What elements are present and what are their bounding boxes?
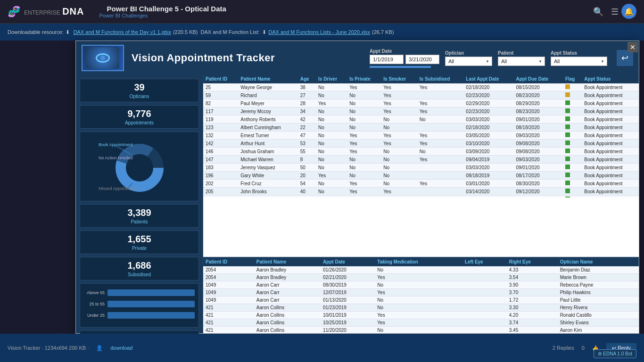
cell-driver: No — [316, 83, 347, 91]
optometry-table-wrapper[interactable]: Patient ID Patient Name Appt Date Taking… — [203, 258, 639, 333]
cell-meds: Yes — [375, 274, 462, 281]
logo-dna: DNA — [62, 6, 84, 16]
close-button[interactable]: ✕ — [627, 42, 638, 52]
search-icon[interactable]: 🔍 — [593, 7, 603, 17]
cell-subsidised: Yes — [417, 140, 464, 148]
col2-patient-name: Patient Name — [254, 258, 321, 266]
cell-smoker: Yes — [381, 140, 417, 148]
cell-subsidised — [417, 123, 464, 132]
cell-smoker: No — [381, 123, 417, 132]
date-start-input[interactable] — [370, 55, 404, 64]
resource-link-2[interactable]: DAX and M Functions Lists - June 2020.xl… — [268, 29, 370, 35]
cell-smoker: No — [381, 148, 417, 156]
cell-right-eye: 3.74 — [507, 319, 558, 327]
cell-id: 226 — [203, 196, 238, 198]
cell-private: No — [347, 115, 381, 123]
cell-meds: No — [375, 281, 462, 289]
flag-green-icon — [565, 165, 570, 169]
cell-id: 82 — [203, 99, 238, 107]
col-patient-name: Patient Name — [238, 75, 298, 83]
flag-green-icon — [565, 116, 570, 121]
cell-due: 08/15/2020 — [513, 83, 562, 91]
cell-subsidised: No — [417, 115, 464, 123]
resource-size-1: (220.5 KB) — [173, 29, 198, 35]
reset-button[interactable]: ↩ — [617, 50, 633, 66]
bar-25to55-label: 25 to 55 — [84, 302, 107, 306]
cell-id: 183 — [203, 164, 238, 172]
download-link[interactable]: download — [110, 345, 132, 351]
stat-opticians-label: Opticians — [85, 94, 194, 99]
cell-last-appt: 02/23/2020 — [463, 107, 513, 115]
cell-smoker: No — [381, 172, 417, 180]
table-row: 82 Paul Meyer 28 Yes No Yes Yes 02/29/20… — [203, 99, 639, 107]
cell-last-appt: 03/13/2020 — [463, 196, 513, 198]
download-icon: ⬇ — [66, 29, 70, 35]
user-icon-bottom: 👤 — [96, 345, 103, 351]
cell-right-eye: 3.45 — [507, 327, 558, 334]
cell-subsidised: Yes — [417, 107, 464, 115]
table-row: 421 Aaron Collins 10/01/2019 Yes 4.20 Ro… — [203, 312, 639, 319]
cell-smoker: Yes — [381, 99, 417, 107]
notification-bell[interactable]: 🔔 — [621, 4, 636, 19]
table-row: 1049 Aaron Carr 08/30/2019 No 3.90 Rebec… — [203, 281, 639, 289]
cell-left-eye — [462, 289, 507, 296]
flag-green-icon — [565, 108, 570, 113]
cell-meds: No — [375, 266, 462, 274]
cell-due: 08/23/2020 — [513, 107, 562, 115]
cell-subsidised: Yes — [417, 132, 464, 140]
flag-green-icon — [565, 156, 570, 161]
cell-flag — [563, 148, 582, 156]
reactions-count: 0 — [582, 345, 585, 351]
resource-link-1[interactable]: DAX and M Functions of the Day v1 1.pbix — [74, 29, 171, 35]
cell-optician: Henry Rivera — [558, 304, 639, 312]
appt-status-select[interactable]: All — [551, 57, 607, 66]
dashboard-content: 39 Opticians 9,776 Appointments Book App… — [76, 75, 639, 333]
cell-age: 38 — [298, 83, 316, 91]
cell-id2: 421 — [203, 327, 254, 334]
cell-name2: Aaron Carr — [254, 289, 321, 296]
cell-subsidised — [417, 172, 464, 180]
stat-subsidised: 1,686 Subsidised — [80, 257, 199, 280]
cell-private: Yes — [347, 148, 381, 156]
flag-green-icon — [565, 100, 570, 105]
cell-left-eye — [462, 266, 507, 274]
table-row: 421 Aaron Collins 10/25/2019 Yes 3.74 Sh… — [203, 319, 639, 327]
cell-due: 08/29/2020 — [513, 99, 562, 107]
cell-status: Book Appointment — [582, 196, 639, 198]
cell-due: 08/30/2020 — [513, 180, 562, 188]
cell-appt2: 10/25/2019 — [321, 319, 375, 327]
optician-label: Optician — [445, 50, 492, 56]
cell-optician: Paul Little — [558, 296, 639, 304]
col2-appt-date: Appt Date — [321, 258, 375, 266]
col-appt-due: Appt Due Date — [513, 75, 562, 83]
table-row: 202 Fred Cruz 54 No Yes No Yes 03/01/202… — [203, 180, 639, 188]
cell-name: John Brooks — [238, 188, 298, 196]
cell-smoker: No — [381, 156, 417, 164]
date-end-input[interactable] — [405, 55, 439, 64]
cell-smoker: Yes — [381, 83, 417, 91]
appt-date-label: Appt Date — [370, 49, 439, 54]
cell-private: Yes — [347, 188, 381, 196]
date-range-slider[interactable] — [370, 66, 431, 68]
cell-right-eye: 4.20 — [507, 312, 558, 319]
cell-age: 47 — [298, 196, 316, 198]
table-row: 123 Albert Cunningham 22 No No No 02/18/… — [203, 123, 639, 132]
dashboard-title: Vision Appointment Tracker — [132, 52, 362, 64]
appointments-table-wrapper[interactable]: Patient ID Patient Name Age Is Driver Is… — [203, 75, 639, 197]
optician-select[interactable]: All — [445, 57, 492, 66]
cell-id: 59 — [203, 91, 238, 99]
right-area: Patient ID Patient Name Age Is Driver Is… — [203, 75, 639, 333]
resource-size-2: (26.7 KB) — [372, 29, 394, 35]
patient-select[interactable]: All — [498, 57, 545, 66]
menu-icon[interactable]: ☰ — [611, 7, 619, 17]
col-appt-status: Appt Status — [582, 75, 639, 83]
cell-flag — [563, 164, 582, 172]
table1-header-row: Patient ID Patient Name Age Is Driver Is… — [203, 75, 639, 83]
cell-id: 205 — [203, 188, 238, 196]
cell-id2: 1049 — [203, 281, 254, 289]
bar-25to55: 25 to 55 — [84, 301, 195, 307]
cell-status: Book Appointment — [582, 107, 639, 115]
cell-name2: Aaron Collins — [254, 319, 321, 327]
cell-name2: Aaron Bradley — [254, 266, 321, 274]
patient-label: Patient — [498, 50, 545, 56]
